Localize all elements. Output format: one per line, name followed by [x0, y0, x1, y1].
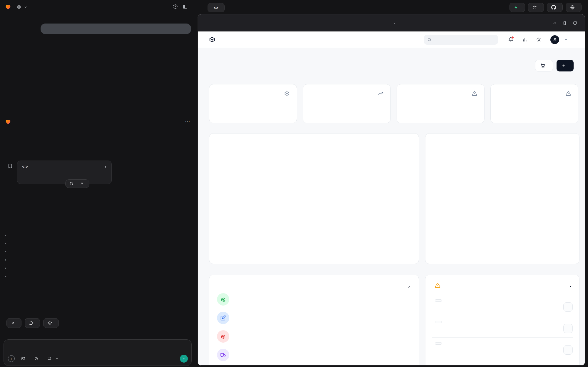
- theme-sun-icon[interactable]: [536, 37, 542, 42]
- lovable-heart-logo: [5, 4, 11, 10]
- low-stock-row: [432, 295, 573, 316]
- user-message-bubble: [41, 24, 191, 34]
- list-item: •: [4, 239, 192, 248]
- low-stock-row: [432, 316, 573, 337]
- notification-dot: [512, 36, 514, 39]
- package-icon: [209, 36, 215, 43]
- mode-dropdown[interactable]: [47, 356, 59, 361]
- list-item: •: [4, 248, 192, 256]
- sidebar-panel-icon[interactable]: [183, 4, 188, 9]
- arrow-up-right-icon: [11, 321, 15, 325]
- chat-input-box[interactable]: + ↑: [4, 339, 192, 366]
- globe-icon: [17, 5, 21, 9]
- chevron-down-icon: [393, 21, 396, 25]
- view-all-link[interactable]: [406, 285, 411, 288]
- avatar: [550, 35, 559, 44]
- kpi-card-total-inventory: [209, 84, 297, 123]
- app-brand[interactable]: [209, 36, 218, 43]
- category-badge: [435, 321, 442, 323]
- explore-supabase-button[interactable]: [25, 318, 40, 328]
- dashboard-content: [198, 48, 585, 365]
- list-item: •: [4, 264, 192, 272]
- category-badge: [435, 342, 442, 345]
- bar-chart-icon[interactable]: [522, 37, 527, 42]
- alert-triangle-icon: [566, 91, 571, 96]
- alert-triangle-icon: [472, 91, 477, 96]
- kpi-card-low-stock: [397, 84, 485, 123]
- attach-button[interactable]: [21, 356, 28, 361]
- chevron-right-icon[interactable]: [103, 165, 107, 169]
- package-icon: [284, 91, 290, 96]
- publish-button[interactable]: [566, 3, 582, 12]
- notifications-bell-icon[interactable]: [508, 37, 513, 42]
- preview-chrome-bar: [198, 14, 585, 31]
- search-icon: [427, 38, 432, 42]
- restore-button[interactable]: [69, 182, 75, 186]
- preview-panel: [198, 14, 585, 366]
- search-input[interactable]: [424, 35, 498, 45]
- kpi-card-out-of-stock: [490, 84, 578, 123]
- package-plus-icon: [217, 293, 229, 306]
- kpi-card-total-value: [303, 84, 391, 123]
- speech-bubble-icon: [29, 321, 33, 325]
- restock-button[interactable]: [563, 345, 573, 355]
- list-item: •: [4, 256, 192, 264]
- bar-axis-ticks: [455, 242, 567, 247]
- edit-button[interactable]: [34, 356, 41, 361]
- new-order-button[interactable]: [535, 60, 553, 71]
- refresh-icon[interactable]: [573, 21, 577, 25]
- user-menu[interactable]: [550, 35, 568, 44]
- add-attachment-icon[interactable]: +: [8, 355, 15, 362]
- inventory-overview-card: [209, 133, 419, 264]
- mobile-view-icon[interactable]: [562, 21, 567, 25]
- people-icon: [532, 5, 537, 10]
- preview-url[interactable]: [387, 21, 396, 25]
- top-bar: <>: [0, 0, 588, 14]
- chevron-down-icon: [564, 38, 568, 41]
- trending-up-icon: [378, 91, 383, 96]
- list-item: •: [4, 272, 192, 281]
- chat-panel: ⋯ < > • • • • • •: [0, 14, 194, 367]
- message-menu-icon[interactable]: ⋯: [185, 119, 191, 125]
- view-all-link[interactable]: [566, 285, 572, 288]
- restock-button[interactable]: [563, 324, 573, 333]
- package-minus-icon: [217, 330, 229, 343]
- github-icon: [551, 5, 556, 10]
- warning-triangle-icon: [435, 283, 440, 288]
- graduation-cap-icon: [48, 321, 52, 325]
- truck-icon: [217, 349, 229, 361]
- preview-button[interactable]: [80, 182, 85, 186]
- code-icon: < >: [22, 164, 28, 169]
- restock-button[interactable]: [563, 302, 573, 312]
- commit-card[interactable]: < >: [17, 161, 112, 184]
- supabase-bolt-icon: [514, 5, 518, 10]
- activity-row: [217, 293, 411, 306]
- send-button[interactable]: ↑: [180, 355, 188, 363]
- activity-row: [217, 349, 411, 361]
- pencil-square-icon: [217, 312, 229, 324]
- publish-globe-icon: [570, 5, 575, 10]
- recent-activity-card: [209, 275, 419, 366]
- history-icon[interactable]: [173, 4, 178, 9]
- inventory-overview-chart: [231, 162, 411, 250]
- visit-docs-button[interactable]: [6, 318, 21, 328]
- cart-icon: [540, 63, 545, 68]
- activity-row: [217, 312, 411, 324]
- activity-row: [217, 330, 411, 343]
- plus-icon: [562, 64, 566, 68]
- supabase-button[interactable]: [510, 3, 525, 12]
- lovable-avatar: [5, 118, 11, 125]
- restore-preview-pill: [65, 179, 89, 188]
- add-item-button[interactable]: [557, 60, 574, 71]
- low-stock-row: [432, 337, 573, 359]
- category-badge: [435, 299, 442, 302]
- code-view-toggle[interactable]: <>: [208, 3, 225, 12]
- list-item: •: [4, 231, 192, 239]
- chevron-down-icon[interactable]: [24, 5, 27, 9]
- low-stock-alert-card: [425, 275, 579, 366]
- manage-knowledge-button[interactable]: [43, 318, 59, 328]
- github-button[interactable]: [547, 3, 563, 12]
- collaborate-button[interactable]: [528, 3, 544, 12]
- open-external-icon[interactable]: [552, 21, 557, 25]
- bookmark-icon[interactable]: [8, 164, 13, 169]
